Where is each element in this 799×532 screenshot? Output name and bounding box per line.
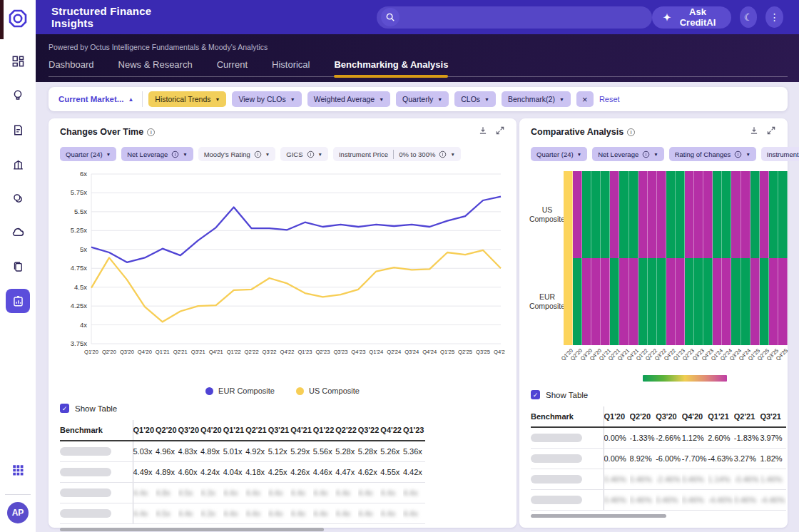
panel-filter-chip[interactable]: Instrument Price0% to 300%i▼ — [333, 147, 461, 161]
heatmap-cell[interactable] — [694, 258, 703, 345]
info-icon[interactable]: i — [627, 128, 635, 136]
heatmap-cell[interactable] — [769, 171, 778, 258]
heatmap-cell[interactable] — [703, 258, 713, 345]
legend-item[interactable]: EUR Composite — [205, 387, 275, 395]
expand-icon[interactable] — [495, 126, 505, 138]
reset-link[interactable]: Reset — [599, 95, 620, 103]
panel-filter-chip[interactable]: GICSi▼ — [280, 147, 328, 161]
heatmap-cell[interactable] — [629, 171, 638, 258]
heatmap-cell[interactable] — [582, 258, 591, 345]
expand-icon[interactable] — [766, 126, 776, 138]
panel-filter-chip[interactable]: Quarter (24)▼ — [60, 147, 116, 161]
heatmap-cell[interactable] — [713, 171, 722, 258]
preset-selector[interactable]: Current Market... ▲ — [56, 95, 136, 103]
octus-logo-icon[interactable] — [8, 9, 28, 31]
heatmap-cell[interactable] — [638, 171, 648, 258]
heatmap-cell[interactable] — [741, 171, 750, 258]
filter-chip[interactable]: CLOs▼ — [454, 91, 496, 107]
info-icon[interactable]: i — [147, 128, 155, 136]
search-icon[interactable] — [381, 8, 400, 26]
heatmap-cell[interactable] — [591, 171, 601, 258]
heatmap-cell[interactable] — [666, 171, 676, 258]
panel-filter-chip[interactable]: Rating of Changesi▼ — [669, 147, 756, 161]
heatmap-cell[interactable] — [778, 171, 788, 258]
building-icon[interactable] — [6, 152, 30, 176]
tab-current[interactable]: Current — [217, 59, 248, 76]
horizontal-scrollbar[interactable] — [60, 528, 324, 531]
heatmap-cell[interactable] — [760, 258, 769, 345]
heatmap-cell[interactable] — [582, 171, 591, 258]
heatmap-cell[interactable] — [619, 171, 628, 258]
show-table-checkbox[interactable]: ✓ — [531, 390, 540, 399]
heatmap-cell[interactable] — [601, 171, 610, 258]
heatmap-cell[interactable] — [731, 258, 741, 345]
filter-chip[interactable]: Benchmark(2)▼ — [502, 91, 571, 107]
tab-benchmarking-analysis[interactable]: Benchmarking & Analysis — [334, 59, 448, 76]
copy-pages-icon[interactable] — [6, 255, 30, 279]
clear-filters-button[interactable]: × — [576, 91, 594, 107]
heatmap-cell[interactable] — [573, 171, 582, 258]
benchmark-chart-icon[interactable] — [6, 289, 30, 313]
panel-filter-chip[interactable]: Quarter (24)▼ — [531, 147, 587, 161]
heatmap-cell[interactable] — [591, 258, 601, 345]
heatmap-cell[interactable] — [703, 171, 713, 258]
panel-filter-chip[interactable]: Net Leveragei▼ — [121, 147, 193, 161]
heatmap-cell[interactable] — [685, 258, 694, 345]
heatmap-cell[interactable] — [573, 258, 582, 345]
filter-chip[interactable]: Quarterly▼ — [396, 91, 449, 107]
lightbulb-icon[interactable] — [6, 83, 30, 108]
heatmap-cell[interactable] — [657, 258, 666, 345]
heatmap-cell[interactable] — [750, 258, 760, 345]
heatmap-cell[interactable] — [722, 258, 731, 345]
heatmap-cell[interactable] — [676, 258, 685, 345]
heatmap-cell[interactable] — [741, 258, 750, 345]
heatmap-cell[interactable] — [648, 171, 657, 258]
panel-filter-chip[interactable]: Moody's Ratingi▼ — [198, 147, 276, 161]
heatmap-cell[interactable] — [610, 171, 619, 258]
horizontal-scrollbar[interactable] — [531, 514, 666, 518]
heatmap-cell[interactable] — [629, 258, 638, 345]
heatmap-cell[interactable] — [657, 171, 666, 258]
heatmap-cell[interactable] — [564, 171, 573, 258]
heatmap-cell[interactable] — [694, 171, 703, 258]
heatmap-cell[interactable] — [760, 171, 769, 258]
kebab-menu-button[interactable]: ⋮ — [765, 6, 783, 28]
heatmap-cell[interactable] — [750, 171, 760, 258]
heatmap-cell[interactable] — [601, 258, 610, 345]
heatmap-cell[interactable] — [638, 258, 648, 345]
document-icon[interactable] — [6, 118, 30, 142]
search-bar[interactable] — [377, 6, 652, 29]
dashboard-grid-icon[interactable] — [6, 49, 30, 73]
apps-grid-icon[interactable] — [6, 458, 30, 482]
coins-icon[interactable] — [6, 186, 30, 210]
ask-creditai-button[interactable]: ✦ Ask CreditAI — [652, 6, 731, 29]
legend-item[interactable]: US Composite — [296, 387, 360, 395]
heatmap-cell[interactable] — [564, 258, 573, 345]
heatmap-cell[interactable] — [666, 258, 676, 345]
show-table-checkbox[interactable]: ✓ — [60, 404, 69, 413]
dark-mode-toggle[interactable]: ☾ — [740, 6, 758, 28]
tab-dashboard[interactable]: Dashboard — [49, 59, 94, 76]
search-input[interactable] — [400, 12, 648, 23]
user-avatar[interactable]: AP — [7, 502, 29, 523]
panel-filter-chip[interactable]: Net Leveragei▼ — [592, 147, 663, 161]
heatmap-cell[interactable] — [648, 258, 657, 345]
heatmap-cell[interactable] — [619, 258, 628, 345]
heatmap-cell[interactable] — [778, 258, 788, 345]
heatmap-cell[interactable] — [610, 258, 619, 345]
heatmap-cell[interactable] — [722, 171, 731, 258]
tab-news-research[interactable]: News & Research — [118, 59, 193, 76]
tab-historical[interactable]: Historical — [272, 59, 310, 76]
filter-chip[interactable]: Weighted Average▼ — [307, 91, 390, 107]
download-icon[interactable] — [749, 126, 759, 138]
panel-filter-chip[interactable]: Instrument Price0% to 300%i▼ — [761, 147, 799, 161]
filter-chip[interactable]: View by CLOs▼ — [232, 91, 301, 107]
filter-chip[interactable]: Historical Trends▼ — [148, 91, 226, 107]
cloud-icon[interactable] — [6, 220, 30, 245]
heatmap-cell[interactable] — [685, 171, 694, 258]
download-icon[interactable] — [478, 126, 488, 138]
heatmap-cell[interactable] — [676, 171, 685, 258]
heatmap-cell[interactable] — [731, 171, 741, 258]
heatmap-cell[interactable] — [769, 258, 778, 345]
heatmap-cell[interactable] — [713, 258, 722, 345]
